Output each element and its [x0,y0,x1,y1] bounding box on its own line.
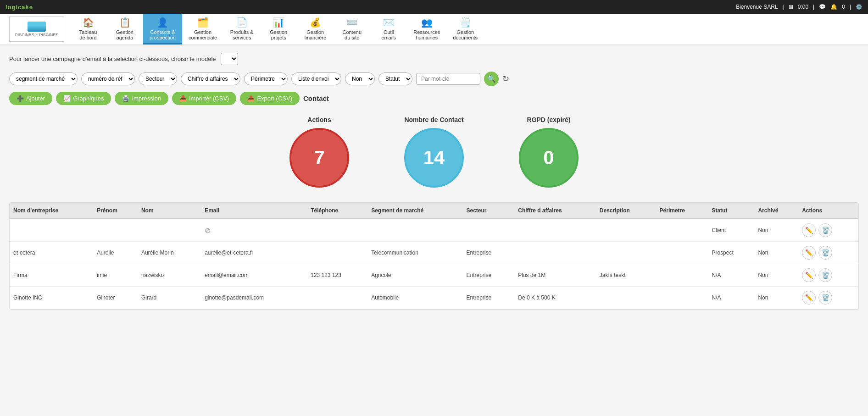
cell-statut: Client [708,219,754,242]
statut-filter[interactable]: Statut [378,72,412,85]
nav-item-gestion-projets[interactable]: 📊 Gestionprojets [260,14,297,44]
cell-telephone [307,287,367,309]
nav-item-ressources-humaines[interactable]: 👥 Ressourceshumaines [407,14,446,44]
agenda-icon: 📋 [119,17,131,28]
cell-actions: ✏️ 🗑️ [798,264,858,287]
cell-nom: Girard [138,287,201,309]
edit-button[interactable]: ✏️ [802,291,816,305]
campaign-bar: Pour lancer une campagne d'email à la se… [9,53,859,65]
mot-cle-input[interactable] [416,73,480,85]
cell-prenom [93,219,138,242]
impression-button[interactable]: 🖨️ Impression [115,92,168,105]
delete-button[interactable]: 🗑️ [818,268,832,282]
refresh-button[interactable]: ↻ [502,74,509,84]
nav-item-produits-services[interactable]: 📄 Produits &services [223,14,260,44]
nav-items: 🏠 Tableaude bord 📋 Gestionagenda 👤 Conta… [70,14,864,44]
cell-nom [138,219,201,242]
topbar-separator2: | [813,4,814,10]
topbar-gear-icon[interactable]: ⚙️ [856,4,862,10]
financiere-icon: 💰 [310,17,321,28]
stat-rgpd-circle: 0 [519,128,579,188]
topbar-separator: | [783,4,784,10]
segment-filter[interactable]: segment de marché [9,72,78,85]
cell-actions: ✏️ 🗑️ [798,219,858,242]
stat-rgpd-label: RGPD (expiré) [527,116,571,123]
delete-button[interactable]: 🗑️ [818,291,832,305]
nav-label-gestion-financiere: Gestionfinancière [304,29,326,40]
graphiques-icon: 📈 [63,95,71,102]
delete-button[interactable]: 🗑️ [818,223,832,237]
stat-rgpd-value: 0 [543,147,554,169]
cell-email: aurelie@et-cetera.fr [201,242,307,264]
col-perimetre: Périmetre [656,203,708,219]
campaign-model-select[interactable] [221,53,238,65]
cell-statut: N/A [708,287,754,309]
impression-label: Impression [132,95,161,102]
nav-item-gestion-documents[interactable]: 🗒️ Gestiondocuments [446,14,484,44]
cell-secteur [463,219,515,242]
search-button[interactable]: 🔍 [484,72,499,86]
emails-icon: ✉️ [383,17,395,28]
cell-prenom: Aurélie [93,242,138,264]
col-nom-entreprise: Nom d'entreprise [10,203,93,219]
secteur-filter[interactable]: Secteur [139,72,177,85]
contacts-table-wrapper: Nom d'entreprise Prénom Nom Email Téléph… [9,202,859,310]
edit-button[interactable]: ✏️ [802,246,816,260]
liste-envoi-filter[interactable]: Liste d'envoi [291,72,341,85]
edit-button[interactable]: ✏️ [802,223,816,237]
graphiques-button[interactable]: 📈 Graphiques [56,92,111,105]
nav-item-gestion-agenda[interactable]: 📋 Gestionagenda [106,14,143,44]
cell-description [596,219,656,242]
cell-archive: Non [754,287,798,309]
table-row: et-cetera Aurélie Aurélie Morin aurelie@… [10,242,858,264]
cell-perimetre [656,287,708,309]
documents-icon: 🗒️ [460,17,471,28]
cell-nom-entreprise [10,219,93,242]
export-label: Export (CSV) [257,95,292,102]
cell-chiffre: Plus de 1M [514,264,596,287]
nav-item-contenu-du-site[interactable]: ⌨️ Contenudu site [334,14,370,44]
graphiques-label: Graphiques [73,95,104,102]
col-chiffre: Chiffre d affaires [514,203,596,219]
projets-icon: 📊 [273,17,284,28]
edit-button[interactable]: ✏️ [802,268,816,282]
nav-item-gestion-commerciale[interactable]: 🗂️ Gestioncommerciale [182,14,223,44]
nav-item-outil-emails[interactable]: ✉️ Outilemails [370,14,407,44]
topbar-greeting: Bienvenue SARL [736,4,778,10]
topbar-timer-icon: ⊠ [789,4,793,10]
cell-telephone [307,219,367,242]
delete-button[interactable]: 🗑️ [818,246,832,260]
non-filter[interactable]: Non [345,72,375,85]
importer-button[interactable]: 📥 Importer (CSV) [172,92,236,105]
nav-item-tableau-de-bord[interactable]: 🏠 Tableaude bord [70,14,106,44]
nav-item-gestion-financiere[interactable]: 💰 Gestionfinancière [297,14,334,44]
col-email: Email [201,203,307,219]
stat-contacts-circle: 14 [404,128,464,188]
chiffre-filter[interactable]: Chiffre d affaires [181,72,240,85]
contacts-icon: 👤 [157,17,168,28]
nav-label-contenu-du-site: Contenudu site [342,29,362,40]
cell-chiffre: De 0 K à 500 K [514,287,596,309]
nav-item-contacts-prospection[interactable]: 👤 Contacts &prospection [143,14,182,44]
cell-statut: N/A [708,264,754,287]
cell-nom: Aurélie Morin [138,242,201,264]
produits-icon: 📄 [236,17,248,28]
stat-actions-label: Actions [307,116,331,123]
col-description: Description [596,203,656,219]
perimetre-filter[interactable]: Périmetre [244,72,288,85]
numero-filter[interactable]: numéro de réf [81,72,135,85]
cell-nom: nazwisko [138,264,201,287]
stat-contacts-value: 14 [423,147,445,169]
cell-chiffre [514,219,596,242]
contact-label: Contact [303,94,329,102]
commercial-icon: 🗂️ [197,17,209,28]
cell-email: ⊘ [201,219,307,242]
export-button[interactable]: 📤 Export (CSV) [240,92,300,105]
cell-segment: Automobile [367,287,462,309]
ajouter-button[interactable]: ➕ Ajouter [9,92,52,105]
home-icon: 🏠 [83,17,94,28]
cell-prenom: Ginoter [93,287,138,309]
cell-segment: Telecommunication [367,242,462,264]
logo-box: PISCINES ~ PISCINES [9,17,64,42]
cell-statut: Prospect [708,242,754,264]
